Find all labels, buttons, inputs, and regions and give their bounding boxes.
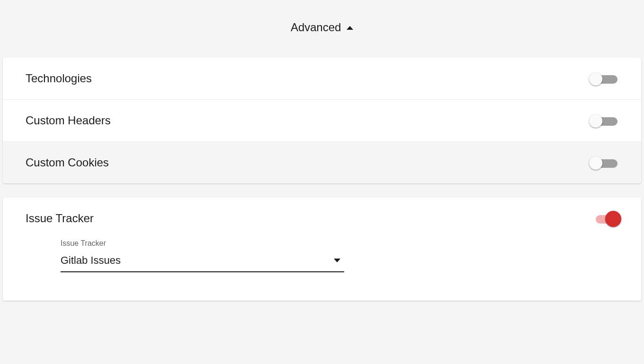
custom-headers-label: Custom Headers bbox=[26, 114, 111, 127]
issue-tracker-toggle[interactable] bbox=[589, 212, 618, 225]
technologies-row: Technologies bbox=[3, 58, 641, 100]
chevron-up-icon bbox=[347, 26, 353, 30]
issue-tracker-card: Issue Tracker Issue Tracker Gitlab Issue… bbox=[3, 198, 641, 301]
issue-tracker-select[interactable]: Gitlab Issues bbox=[61, 251, 344, 272]
toggle-thumb bbox=[589, 156, 602, 170]
issue-tracker-row: Issue Tracker bbox=[3, 198, 641, 230]
issue-tracker-select-wrapper: Issue Tracker Gitlab Issues bbox=[3, 230, 641, 301]
issue-tracker-label: Issue Tracker bbox=[26, 212, 94, 225]
advanced-settings-container: Advanced Technologies Custom Headers Cus… bbox=[0, 0, 644, 301]
advanced-header[interactable]: Advanced bbox=[0, 0, 644, 58]
technologies-toggle[interactable] bbox=[589, 72, 618, 85]
issue-tracker-select-value: Gitlab Issues bbox=[61, 254, 121, 267]
custom-cookies-row: Custom Cookies bbox=[3, 142, 641, 183]
custom-cookies-toggle[interactable] bbox=[589, 156, 618, 169]
custom-headers-row: Custom Headers bbox=[3, 100, 641, 142]
issue-tracker-select-label: Issue Tracker bbox=[61, 239, 618, 248]
settings-card: Technologies Custom Headers Custom Cooki… bbox=[3, 58, 641, 183]
advanced-title: Advanced bbox=[291, 21, 341, 34]
chevron-down-icon bbox=[334, 259, 340, 262]
toggle-thumb bbox=[589, 72, 602, 86]
toggle-thumb bbox=[589, 114, 602, 128]
technologies-label: Technologies bbox=[26, 72, 92, 85]
custom-headers-toggle[interactable] bbox=[589, 114, 618, 127]
toggle-thumb bbox=[605, 211, 621, 227]
custom-cookies-label: Custom Cookies bbox=[26, 156, 109, 169]
